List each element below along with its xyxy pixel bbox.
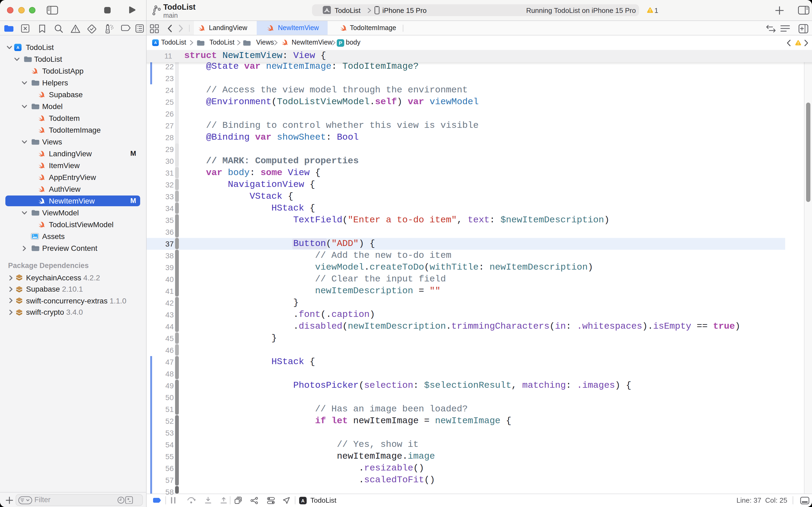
svg-text:A: A — [301, 498, 304, 503]
svg-text:P: P — [339, 40, 342, 46]
